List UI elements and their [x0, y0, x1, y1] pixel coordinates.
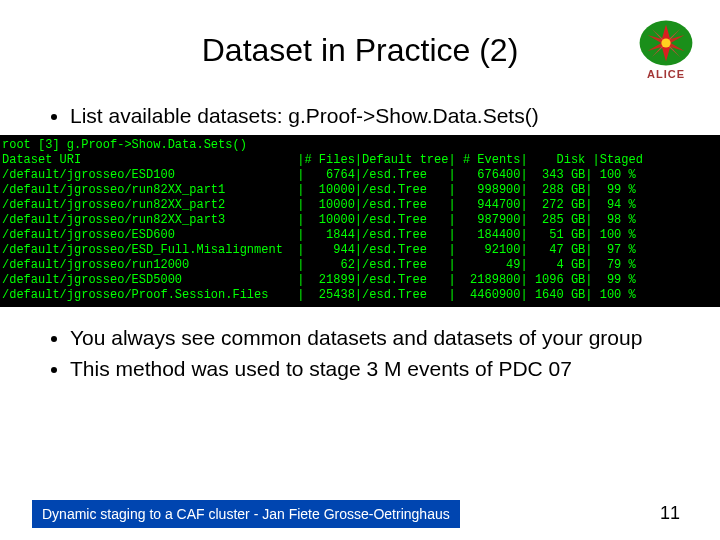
svg-point-1	[661, 38, 670, 47]
footer-text: Dynamic staging to a CAF cluster - Jan F…	[32, 500, 460, 528]
bullets-bottom: You always see common datasets and datas…	[54, 325, 720, 382]
alice-logo-icon	[633, 16, 699, 70]
bullets-top: List available datasets: g.Proof->Show.D…	[54, 103, 720, 129]
terminal-output: root [3] g.Proof->Show.Data.Sets() Datas…	[0, 135, 720, 307]
alice-logo-label: ALICE	[647, 68, 685, 80]
bullet-item: This method was used to stage 3 M events…	[70, 356, 720, 382]
bullet-item: You always see common datasets and datas…	[70, 325, 720, 351]
footer: Dynamic staging to a CAF cluster - Jan F…	[0, 499, 720, 540]
bullet-item: List available datasets: g.Proof->Show.D…	[70, 103, 720, 129]
alice-logo: ALICE	[630, 16, 702, 86]
slide-title: Dataset in Practice (2)	[0, 0, 720, 69]
page-number: 11	[652, 499, 688, 528]
